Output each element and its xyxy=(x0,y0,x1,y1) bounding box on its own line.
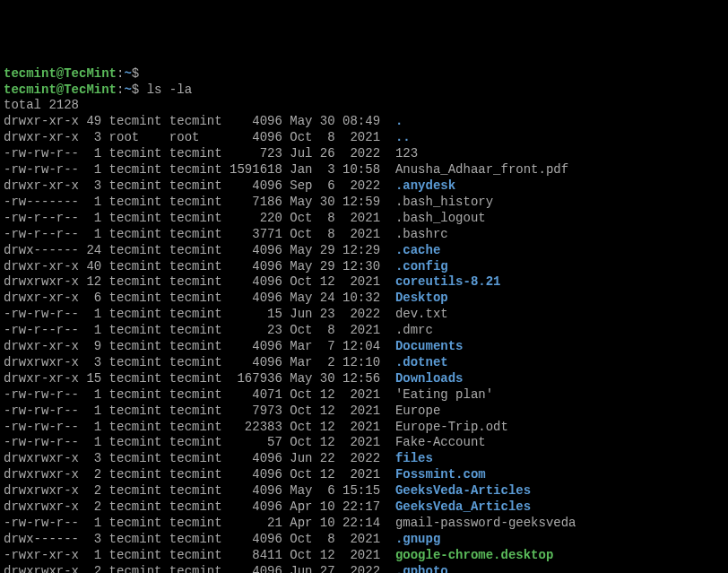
file-entry-row: -rw-r--r-- 1 tecmint tecmint 3771 Oct 8 … xyxy=(4,227,724,243)
file-metadata: -rw-rw-r-- 1 tecmint tecmint 15 Jun 23 2… xyxy=(4,307,395,321)
file-metadata: drwxrwxr-x 2 tecmint tecmint 4096 Jun 27… xyxy=(4,564,395,573)
file-metadata: drwxrwxr-x 3 tecmint tecmint 4096 Mar 2 … xyxy=(4,355,395,369)
prompt-path: ~ xyxy=(124,66,131,81)
file-metadata: drwxrwxr-x 3 tecmint tecmint 4096 Jun 22… xyxy=(4,451,395,465)
file-metadata: -rw------- 1 tecmint tecmint 7186 May 30… xyxy=(4,195,395,209)
file-name: Europe-Trip.odt xyxy=(395,420,508,434)
file-metadata: -rw-rw-r-- 1 tecmint tecmint 22383 Oct 1… xyxy=(4,420,395,434)
file-entry-row: drwxr-xr-x 49 tecmint tecmint 4096 May 3… xyxy=(4,114,724,130)
file-name: .bash_logout xyxy=(395,211,486,225)
file-metadata: drwxrwxr-x 2 tecmint tecmint 4096 Oct 12… xyxy=(4,467,395,482)
file-name: Fake-Account xyxy=(395,435,486,449)
file-metadata: drwxr-xr-x 9 tecmint tecmint 4096 Mar 7 … xyxy=(4,339,395,353)
file-entry-row: drwxr-xr-x 9 tecmint tecmint 4096 Mar 7 … xyxy=(4,339,724,355)
file-name: Documents xyxy=(395,339,464,353)
file-metadata: -rw-r--r-- 1 tecmint tecmint 220 Oct 8 2… xyxy=(4,211,395,225)
file-entry-row: drwxrwxr-x 2 tecmint tecmint 4096 May 6 … xyxy=(4,483,724,499)
prompt-user: tecmint@TecMint xyxy=(4,66,117,81)
file-name: .cache xyxy=(395,243,440,257)
file-name: GeeksVeda_Articles xyxy=(395,499,531,514)
file-name: .bash_history xyxy=(395,195,493,209)
file-entry-row: -rw-rw-r-- 1 tecmint tecmint 723 Jul 26 … xyxy=(4,146,724,162)
file-metadata: -rw-rw-r-- 1 tecmint tecmint 4071 Oct 12… xyxy=(4,387,395,402)
prompt-dollar: $ xyxy=(132,66,139,81)
command-text: ls -la xyxy=(139,82,192,97)
file-metadata: -rw-r--r-- 1 tecmint tecmint 23 Oct 8 20… xyxy=(4,323,395,337)
file-metadata: -rwxr-xr-x 1 tecmint tecmint 8411 Oct 12… xyxy=(4,548,395,562)
file-name: .dotnet xyxy=(395,355,448,369)
file-name: . xyxy=(395,114,403,128)
file-entry-row: -rw-rw-r-- 1 tecmint tecmint 57 Oct 12 2… xyxy=(4,435,724,451)
file-name: dev.txt xyxy=(395,307,448,321)
file-entry-row: drwxrwxr-x 2 tecmint tecmint 4096 Apr 10… xyxy=(4,499,724,516)
file-metadata: drwx------ 3 tecmint tecmint 4096 Oct 8 … xyxy=(4,532,395,546)
file-name: google-chrome.desktop xyxy=(395,548,553,562)
file-entry-row: -rw-r--r-- 1 tecmint tecmint 220 Oct 8 2… xyxy=(4,211,724,227)
file-name: Anusha_Adhaar_front.pdf xyxy=(395,162,568,177)
file-name: Desktop xyxy=(395,291,448,305)
file-entry-row: drwxrwxr-x 2 tecmint tecmint 4096 Oct 12… xyxy=(4,467,724,483)
file-entry-row: -rw-rw-r-- 1 tecmint tecmint 22383 Oct 1… xyxy=(4,420,724,436)
file-entry-row: -rw-rw-r-- 1 tecmint tecmint 1591618 Jan… xyxy=(4,162,724,178)
file-name: .gphoto xyxy=(395,564,448,573)
file-entry-row: -rw-rw-r-- 1 tecmint tecmint 7973 Oct 12… xyxy=(4,404,724,420)
file-name: 123 xyxy=(395,146,418,161)
file-entry-row: drwx------ 24 tecmint tecmint 4096 May 2… xyxy=(4,243,724,259)
file-entry-row: -rw------- 1 tecmint tecmint 7186 May 30… xyxy=(4,195,724,211)
prompt-path: ~ xyxy=(124,82,131,97)
file-entry-row: drwxrwxr-x 2 tecmint tecmint 4096 Jun 27… xyxy=(4,564,724,573)
file-name: Fossmint.com xyxy=(395,467,486,482)
file-name: Downloads xyxy=(395,371,464,386)
file-metadata: -rw-rw-r-- 1 tecmint tecmint 57 Oct 12 2… xyxy=(4,435,395,449)
file-name: 'Eating plan' xyxy=(395,387,493,402)
file-entry-row: drwx------ 3 tecmint tecmint 4096 Oct 8 … xyxy=(4,532,724,548)
file-metadata: drwxrwxr-x 2 tecmint tecmint 4096 May 6 … xyxy=(4,483,395,498)
file-name: gmail-password-geeksveda xyxy=(395,516,576,530)
file-name: .. xyxy=(395,130,411,144)
file-entry-row: drwxr-xr-x 3 root root 4096 Oct 8 2021 .… xyxy=(4,130,724,146)
file-name: Europe xyxy=(395,404,440,418)
file-metadata: -rw-rw-r-- 1 tecmint tecmint 7973 Oct 12… xyxy=(4,404,395,418)
file-name: .bashrc xyxy=(395,227,448,241)
file-entry-row: -rw-r--r-- 1 tecmint tecmint 23 Oct 8 20… xyxy=(4,323,724,339)
file-metadata: drwxr-xr-x 49 tecmint tecmint 4096 May 3… xyxy=(4,114,395,128)
prompt-dollar: $ xyxy=(132,82,139,97)
file-entry-row: drwxr-xr-x 3 tecmint tecmint 4096 Sep 6 … xyxy=(4,178,724,195)
file-metadata: drwxrwxr-x 2 tecmint tecmint 4096 Apr 10… xyxy=(4,499,395,514)
file-name: .config xyxy=(395,259,448,273)
file-entry-row: -rwxr-xr-x 1 tecmint tecmint 8411 Oct 12… xyxy=(4,548,724,564)
prompt-user: tecmint@TecMint xyxy=(4,82,117,97)
file-name: coreutils-8.21 xyxy=(395,274,501,289)
file-name: .gnupg xyxy=(395,532,440,546)
file-entry-row: drwxr-xr-x 40 tecmint tecmint 4096 May 2… xyxy=(4,259,724,275)
file-metadata: -rw-rw-r-- 1 tecmint tecmint 723 Jul 26 … xyxy=(4,146,395,161)
file-metadata: drwx------ 24 tecmint tecmint 4096 May 2… xyxy=(4,243,395,257)
file-metadata: drwxr-xr-x 15 tecmint tecmint 167936 May… xyxy=(4,371,395,386)
file-metadata: -rw-rw-r-- 1 tecmint tecmint 21 Apr 10 2… xyxy=(4,516,395,530)
file-metadata: drwxr-xr-x 3 root root 4096 Oct 8 2021 xyxy=(4,130,395,144)
file-metadata: drwxr-xr-x 40 tecmint tecmint 4096 May 2… xyxy=(4,259,395,273)
file-entry-row: drwxr-xr-x 6 tecmint tecmint 4096 May 24… xyxy=(4,291,724,307)
file-entry-row: -rw-rw-r-- 1 tecmint tecmint 15 Jun 23 2… xyxy=(4,307,724,323)
file-entry-row: -rw-rw-r-- 1 tecmint tecmint 4071 Oct 12… xyxy=(4,387,724,404)
file-name: .dmrc xyxy=(395,323,433,337)
file-metadata: -rw-r--r-- 1 tecmint tecmint 3771 Oct 8 … xyxy=(4,227,395,241)
file-name: files xyxy=(395,451,433,465)
file-entry-row: drwxrwxr-x 3 tecmint tecmint 4096 Jun 22… xyxy=(4,451,724,467)
file-name: GeeksVeda-Articles xyxy=(395,483,531,498)
file-metadata: drwxrwxr-x 12 tecmint tecmint 4096 Oct 1… xyxy=(4,274,395,289)
file-entry-row: -rw-rw-r-- 1 tecmint tecmint 21 Apr 10 2… xyxy=(4,516,724,532)
file-metadata: drwxr-xr-x 6 tecmint tecmint 4096 May 24… xyxy=(4,291,395,305)
total-line: total 2128 xyxy=(4,98,79,112)
file-entry-row: drwxr-xr-x 15 tecmint tecmint 167936 May… xyxy=(4,371,724,387)
file-entry-row: drwxrwxr-x 12 tecmint tecmint 4096 Oct 1… xyxy=(4,274,724,291)
file-metadata: drwxr-xr-x 3 tecmint tecmint 4096 Sep 6 … xyxy=(4,178,395,193)
file-name: .anydesk xyxy=(395,178,455,193)
file-metadata: -rw-rw-r-- 1 tecmint tecmint 1591618 Jan… xyxy=(4,162,395,177)
file-entry-row: drwxrwxr-x 3 tecmint tecmint 4096 Mar 2 … xyxy=(4,355,724,371)
terminal-output[interactable]: tecmint@TecMint:~$tecmint@TecMint:~$ ls … xyxy=(4,66,724,573)
